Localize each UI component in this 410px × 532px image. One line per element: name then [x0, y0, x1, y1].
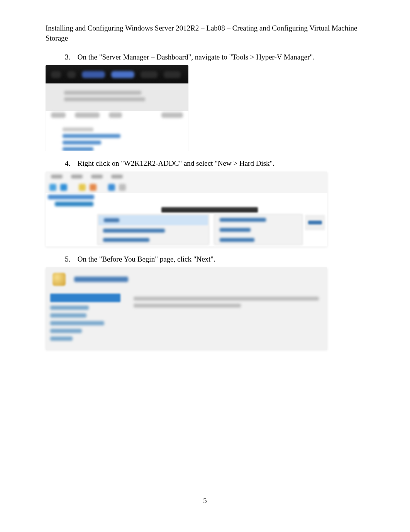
step-number: 4. — [65, 159, 76, 168]
figure-wizard-before-you-begin — [46, 267, 364, 350]
figure-server-manager — [46, 65, 364, 151]
step-item: 3. On the "Server Manager – Dashboard", … — [65, 53, 364, 151]
step-item: 4. Right click on "W2K12R2-ADDC" and sel… — [65, 159, 364, 246]
page-number: 5 — [0, 496, 410, 505]
header-text: Installing and Configuring Windows Serve… — [46, 24, 357, 42]
step-item: 5. On the "Before You Begin" page, click… — [65, 255, 364, 350]
screenshot-placeholder — [46, 267, 327, 350]
screenshot-placeholder — [46, 65, 188, 151]
disk-icon — [53, 273, 66, 286]
screenshot-placeholder — [46, 172, 327, 246]
step-text: On the "Server Manager – Dashboard", nav… — [78, 53, 315, 61]
step-list: 3. On the "Server Manager – Dashboard", … — [46, 53, 364, 350]
step-text: On the "Before You Begin" page, click "N… — [78, 255, 215, 263]
document-header: Installing and Configuring Windows Serve… — [46, 23, 364, 43]
step-text: Right click on "W2K12R2-ADDC" and select… — [78, 159, 274, 167]
figure-hyperv-manager — [46, 172, 364, 246]
step-number: 3. — [65, 53, 76, 61]
step-number: 5. — [65, 255, 76, 263]
